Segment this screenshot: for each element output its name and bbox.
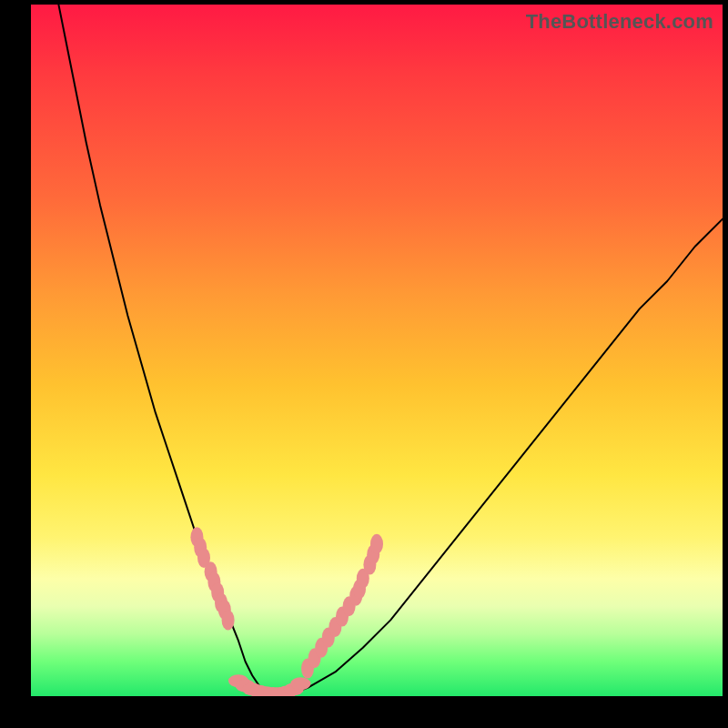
- chart-stage: TheBottleneck.com: [0, 0, 728, 728]
- highlight-dot: [363, 555, 376, 575]
- highlight-dot: [284, 682, 304, 695]
- plot-area: TheBottleneck.com: [31, 5, 723, 696]
- highlight-dot: [357, 569, 369, 589]
- bottleneck-curve: [58, 5, 723, 694]
- highlight-dot: [211, 582, 224, 602]
- highlight-dot: [329, 617, 341, 637]
- highlight-dot: [194, 538, 207, 558]
- highlight-dot: [308, 648, 321, 668]
- highlight-dot: [353, 579, 366, 599]
- highlight-dot: [256, 686, 276, 696]
- highlight-dot: [367, 544, 379, 564]
- highlight-dot: [205, 561, 217, 581]
- highlight-dot: [270, 687, 290, 696]
- highlight-dot: [228, 674, 248, 687]
- highlight-dot: [322, 627, 335, 647]
- watermark-label: TheBottleneck.com: [526, 10, 713, 34]
- highlight-dot: [277, 685, 297, 696]
- highlight-dot: [336, 607, 349, 627]
- highlight-dot: [236, 680, 256, 693]
- highlight-dot: [349, 586, 362, 606]
- highlight-dot: [343, 596, 356, 616]
- highlight-dot: [370, 534, 383, 554]
- highlight-dot: [263, 687, 283, 696]
- highlight-dot: [215, 592, 228, 612]
- highlight-dot: [207, 572, 220, 592]
- highlight-dot: [197, 548, 210, 568]
- highlight-dot: [242, 682, 262, 695]
- highlight-dot: [301, 659, 314, 679]
- highlight-dot: [218, 600, 231, 620]
- highlight-dot: [249, 685, 269, 696]
- highlight-dot: [190, 527, 203, 547]
- bottleneck-chart: [31, 5, 723, 696]
- highlight-dot: [222, 610, 235, 630]
- highlight-dot: [290, 677, 310, 690]
- highlight-dot: [315, 638, 328, 658]
